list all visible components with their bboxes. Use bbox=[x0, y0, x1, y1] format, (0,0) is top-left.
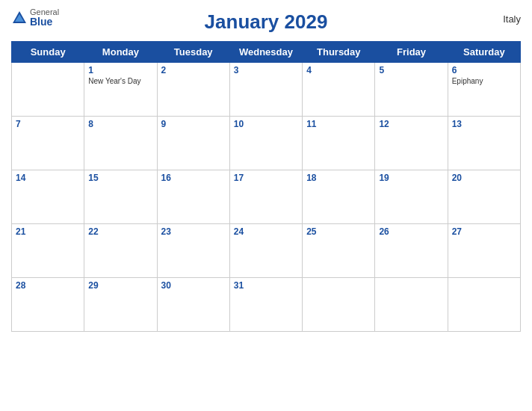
day-number: 22 bbox=[88, 226, 152, 237]
day-event: New Year's Day bbox=[88, 77, 152, 85]
calendar-thead: SundayMondayTuesdayWednesdayThursdayFrid… bbox=[12, 42, 521, 63]
calendar-cell: 26 bbox=[375, 224, 448, 278]
week-row-4: 21222324252627 bbox=[12, 224, 521, 278]
calendar-cell: 21 bbox=[12, 224, 84, 278]
day-number: 31 bbox=[234, 280, 298, 291]
day-number: 27 bbox=[452, 226, 516, 237]
calendar-cell bbox=[303, 278, 375, 332]
day-number: 21 bbox=[16, 226, 80, 237]
calendar-cell bbox=[448, 278, 520, 332]
weekday-header-thursday: Thursday bbox=[303, 42, 375, 63]
calendar-cell: 20 bbox=[448, 170, 520, 224]
logo-area: General Blue bbox=[11, 7, 59, 28]
week-row-5: 28293031 bbox=[12, 278, 521, 332]
country-label: Italy bbox=[503, 13, 521, 25]
calendar-cell: 1New Year's Day bbox=[84, 63, 157, 117]
calendar-header: General Blue January 2029 Italy bbox=[11, 7, 521, 37]
day-number: 16 bbox=[161, 173, 226, 183]
weekday-header-monday: Monday bbox=[84, 42, 157, 63]
calendar-cell: 14 bbox=[12, 170, 84, 224]
calendar-cell: 30 bbox=[157, 278, 229, 332]
day-number: 28 bbox=[16, 280, 80, 291]
calendar-cell: 24 bbox=[229, 224, 302, 278]
day-number: 8 bbox=[88, 119, 152, 129]
week-row-1: 1New Year's Day23456Epiphany bbox=[12, 63, 521, 117]
day-number: 2 bbox=[161, 65, 226, 75]
calendar-cell: 7 bbox=[12, 117, 84, 170]
day-number: 12 bbox=[379, 119, 443, 129]
calendar-cell bbox=[12, 63, 84, 117]
calendar-table: SundayMondayTuesdayWednesdayThursdayFrid… bbox=[11, 41, 521, 332]
calendar-cell: 19 bbox=[375, 170, 448, 224]
weekday-header-wednesday: Wednesday bbox=[229, 42, 302, 63]
weekday-header-saturday: Saturday bbox=[448, 42, 520, 63]
day-number: 10 bbox=[234, 119, 298, 129]
calendar-cell bbox=[375, 278, 448, 332]
day-number: 23 bbox=[161, 226, 226, 237]
calendar-cell: 10 bbox=[229, 117, 302, 170]
calendar-cell: 17 bbox=[229, 170, 302, 224]
calendar-cell: 2 bbox=[157, 63, 229, 117]
calendar-cell: 8 bbox=[84, 117, 157, 170]
day-number: 14 bbox=[16, 173, 80, 183]
week-row-3: 14151617181920 bbox=[12, 170, 521, 224]
day-event: Epiphany bbox=[452, 77, 516, 85]
logo-blue: Blue bbox=[30, 16, 59, 28]
day-number: 4 bbox=[306, 65, 371, 75]
day-number: 15 bbox=[88, 173, 152, 183]
weekday-header-friday: Friday bbox=[375, 42, 448, 63]
calendar-cell: 29 bbox=[84, 278, 157, 332]
day-number: 25 bbox=[306, 226, 371, 237]
calendar-cell: 16 bbox=[157, 170, 229, 224]
day-number: 30 bbox=[161, 280, 226, 291]
day-number: 18 bbox=[306, 173, 371, 183]
calendar-cell: 5 bbox=[375, 63, 448, 117]
weekday-header-row: SundayMondayTuesdayWednesdayThursdayFrid… bbox=[12, 42, 521, 63]
calendar-title: January 2029 bbox=[205, 10, 328, 34]
calendar-cell: 22 bbox=[84, 224, 157, 278]
calendar-cell: 4 bbox=[303, 63, 375, 117]
calendar-cell: 9 bbox=[157, 117, 229, 170]
week-row-2: 78910111213 bbox=[12, 117, 521, 170]
day-number: 7 bbox=[16, 119, 80, 129]
calendar-cell: 31 bbox=[229, 278, 302, 332]
day-number: 5 bbox=[379, 65, 443, 75]
day-number: 19 bbox=[379, 173, 443, 183]
day-number: 3 bbox=[234, 65, 298, 75]
calendar-cell: 28 bbox=[12, 278, 84, 332]
calendar-cell: 12 bbox=[375, 117, 448, 170]
calendar-cell: 18 bbox=[303, 170, 375, 224]
day-number: 24 bbox=[234, 226, 298, 237]
logo-icon bbox=[11, 10, 28, 26]
calendar-cell: 25 bbox=[303, 224, 375, 278]
day-number: 11 bbox=[306, 119, 371, 129]
day-number: 17 bbox=[234, 173, 298, 183]
day-number: 6 bbox=[452, 65, 516, 75]
day-number: 26 bbox=[379, 226, 443, 237]
day-number: 1 bbox=[88, 65, 152, 75]
day-number: 9 bbox=[161, 119, 226, 129]
day-number: 29 bbox=[88, 280, 152, 291]
calendar-cell: 27 bbox=[448, 224, 520, 278]
calendar-cell: 13 bbox=[448, 117, 520, 170]
day-number: 20 bbox=[452, 173, 516, 183]
calendar-cell: 15 bbox=[84, 170, 157, 224]
weekday-header-sunday: Sunday bbox=[12, 42, 84, 63]
calendar-cell: 23 bbox=[157, 224, 229, 278]
calendar-cell: 3 bbox=[229, 63, 302, 117]
calendar-cell: 11 bbox=[303, 117, 375, 170]
weekday-header-tuesday: Tuesday bbox=[157, 42, 229, 63]
calendar-wrapper: General Blue January 2029 Italy SundayMo… bbox=[0, 0, 532, 411]
calendar-cell: 6Epiphany bbox=[448, 63, 520, 117]
day-number: 13 bbox=[452, 119, 516, 129]
calendar-body: 1New Year's Day23456Epiphany789101112131… bbox=[12, 63, 521, 332]
